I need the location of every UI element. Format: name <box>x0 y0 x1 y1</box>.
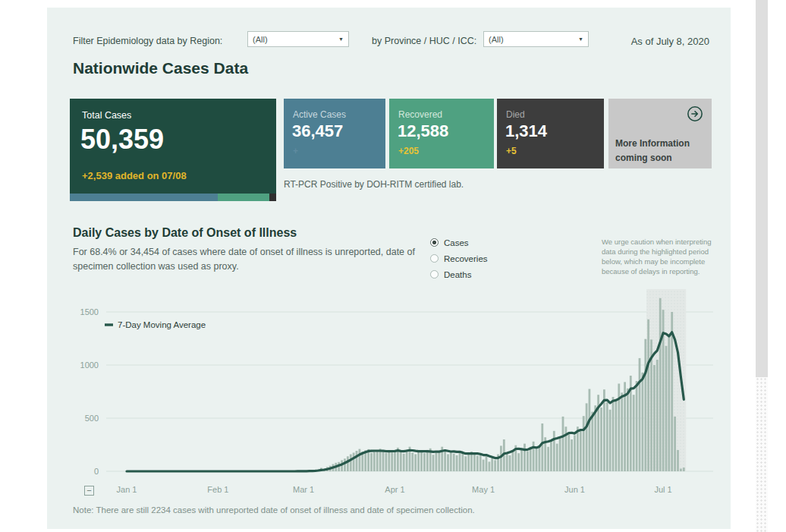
more-information-card[interactable]: More Information coming soon <box>608 99 712 168</box>
svg-text:1000: 1000 <box>80 360 99 370</box>
filter-region-label: Filter Epidemiology data by Region: <box>73 36 222 46</box>
svg-text:Jul 1: Jul 1 <box>654 485 671 494</box>
active-cases-label: Active Cases <box>293 109 346 120</box>
total-cases-label: Total Cases <box>82 110 131 121</box>
radio-cases[interactable]: Cases <box>430 235 488 250</box>
svg-text:Mar 1: Mar 1 <box>293 485 314 494</box>
radio-deaths-icon[interactable] <box>430 270 439 279</box>
recovered-label: Recovered <box>398 109 442 120</box>
scrollbar-track[interactable] <box>756 377 768 532</box>
total-cases-card[interactable]: Total Cases 50,359 +2,539 added on 07/08 <box>70 99 276 201</box>
svg-text:7-Day Moving Average: 7-Day Moving Average <box>118 320 206 329</box>
province-dropdown-value: (All) <box>489 35 504 44</box>
rtpcr-note: RT-PCR Positive by DOH-RITM certified la… <box>284 179 464 190</box>
died-card[interactable]: Died 1,314 +5 <box>497 99 604 168</box>
page-title: Nationwide Cases Data <box>73 59 248 77</box>
breakdown-segment-recovered <box>218 194 269 201</box>
radio-deaths-label: Deaths <box>444 270 471 279</box>
svg-text:Jan 1: Jan 1 <box>117 485 137 494</box>
y-axis-labels: 050010001500 <box>80 307 99 476</box>
collapse-axis-icon[interactable]: − <box>84 486 94 496</box>
chart-footnote: Note: There are still 2234 cases with un… <box>73 505 475 515</box>
breakdown-segment-active <box>70 194 218 201</box>
daily-cases-bars[interactable] <box>196 298 685 471</box>
breakdown-segment-died <box>269 194 276 201</box>
radio-cases-icon[interactable] <box>430 238 439 247</box>
recovered-card[interactable]: Recovered 12,588 +205 <box>389 99 494 168</box>
recovered-value: 12,588 <box>398 121 448 141</box>
caret-down-icon: ▼ <box>338 36 344 42</box>
radio-deaths[interactable]: Deaths <box>430 266 488 282</box>
scrollbar <box>756 0 768 532</box>
active-cases-value: 36,457 <box>292 121 343 141</box>
chart-legend: 7-Day Moving Average <box>105 320 206 329</box>
died-delta: +5 <box>506 146 517 156</box>
scrollbar-thumb[interactable] <box>756 0 768 377</box>
chart-section-subtitle: For 68.4% or 34,454 of cases where date … <box>73 245 439 274</box>
region-dropdown[interactable]: (All) ▼ <box>247 31 349 47</box>
x-axis-labels: Jan 1Feb 1Mar 1Apr 1May 1Jun 1Jul 1 <box>117 485 672 494</box>
svg-text:May 1: May 1 <box>472 485 495 494</box>
active-cases-delta: + <box>293 146 298 156</box>
radio-recoveries[interactable]: Recoveries <box>430 250 488 266</box>
radio-recoveries-icon[interactable] <box>430 254 439 263</box>
total-cases-value: 50,359 <box>80 124 164 156</box>
died-value: 1,314 <box>505 121 547 141</box>
chart-section-title: Daily Cases by Date of Onset of Illness <box>73 226 297 240</box>
metric-radio-group: Cases Recoveries Deaths <box>430 235 488 282</box>
svg-text:1500: 1500 <box>80 307 99 316</box>
daily-cases-chart: 050010001500Jan 1Feb 1Mar 1Apr 1May 1Jun… <box>70 285 715 505</box>
as-of-date: As of July 8, 2020 <box>571 36 709 47</box>
covid-dashboard: Filter Epidemiology data by Region: (All… <box>47 8 731 529</box>
svg-text:Apr 1: Apr 1 <box>385 485 404 494</box>
total-cases-delta: +2,539 added on 07/08 <box>82 170 187 181</box>
region-dropdown-value: (All) <box>253 35 268 44</box>
svg-text:Jun 1: Jun 1 <box>564 485 585 494</box>
svg-text:0: 0 <box>94 467 99 476</box>
cases-breakdown-bar <box>70 194 276 201</box>
more-information-text: More Information coming soon <box>615 137 706 165</box>
svg-text:500: 500 <box>85 414 99 423</box>
arrow-right-circle-icon <box>687 105 703 122</box>
svg-text:Feb 1: Feb 1 <box>207 485 228 494</box>
died-label: Died <box>506 109 525 120</box>
active-cases-card[interactable]: Active Cases 36,457 + <box>284 99 385 168</box>
radio-recoveries-label: Recoveries <box>444 254 488 263</box>
recovered-delta: +205 <box>398 146 419 156</box>
caution-text: We urge caution when interpreting data d… <box>602 237 717 276</box>
filter-province-label: by Province / HUC / ICC: <box>372 36 476 46</box>
radio-cases-label: Cases <box>444 238 469 247</box>
daily-cases-svg: 050010001500Jan 1Feb 1Mar 1Apr 1May 1Jun… <box>70 285 715 505</box>
